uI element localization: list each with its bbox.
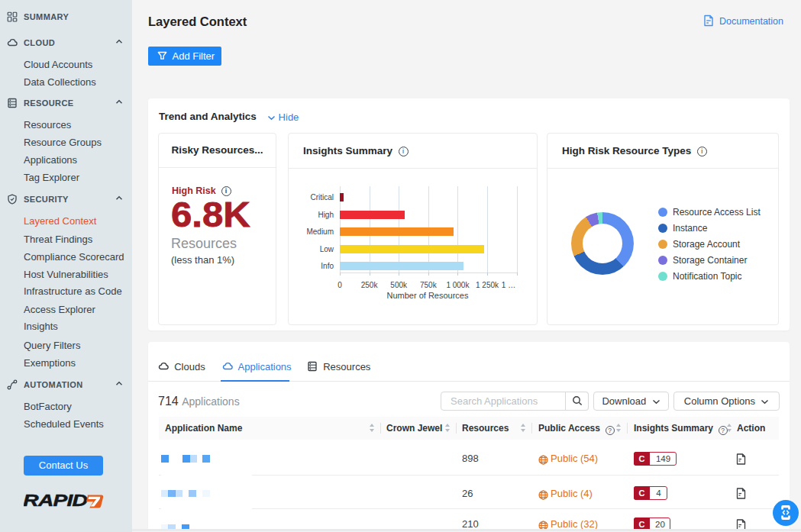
svg-text:RAPID: RAPID (24, 494, 88, 508)
